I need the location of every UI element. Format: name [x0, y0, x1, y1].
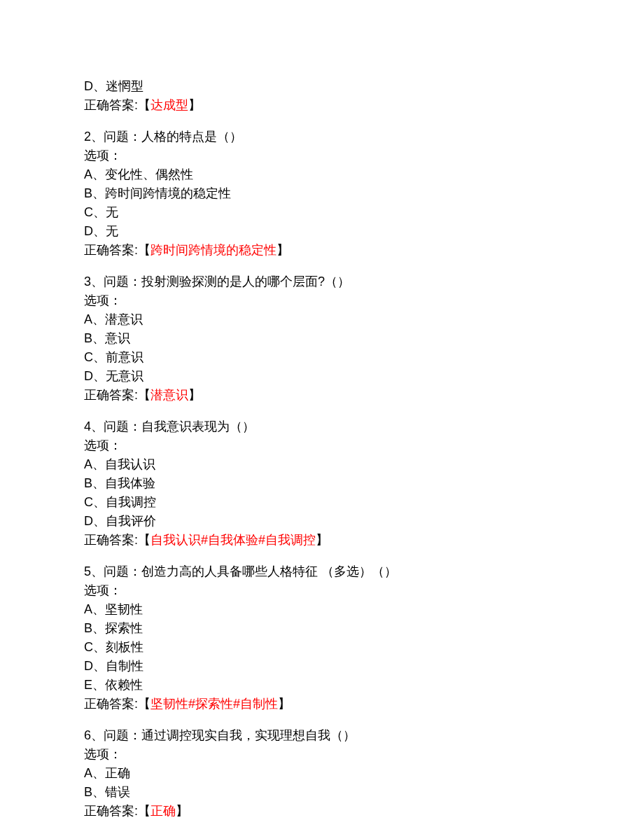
options-label: 选项：: [84, 436, 560, 455]
option-d: D、无意识: [84, 367, 560, 386]
option-c: C、前意识: [84, 348, 560, 367]
answer-label: 正确答案:: [84, 697, 138, 711]
answer-line: 正确答案:【跨时间跨情境的稳定性】: [84, 241, 560, 260]
option-a: A、正确: [84, 764, 560, 783]
question-5: 5、问题：创造力高的人具备哪些人格特征 （多选）（） 选项： A、坚韧性 B、探…: [84, 562, 560, 714]
question-2: 2、问题：人格的特点是（） 选项： A、变化性、偶然性 B、跨时间跨情境的稳定性…: [84, 127, 560, 260]
option-e: E、依赖性: [84, 676, 560, 695]
option-d: D、自我评价: [84, 512, 560, 531]
bracket-open: 【: [138, 243, 150, 257]
option-c: C、刻板性: [84, 638, 560, 657]
options-label: 选项：: [84, 291, 560, 310]
options-label: 选项：: [84, 581, 560, 600]
question-header: 6、问题：通过调控现实自我，实现理想自我（）: [84, 726, 560, 745]
option-a: A、变化性、偶然性: [84, 165, 560, 184]
bracket-open: 【: [138, 804, 150, 818]
question-1-partial: D、迷惘型 正确答案:【达成型】: [84, 77, 560, 115]
option-b: B、跨时间跨情境的稳定性: [84, 184, 560, 203]
answer-value: 自我认识#自我体验#自我调控: [150, 533, 316, 547]
bracket-open: 【: [138, 697, 150, 711]
bracket-close: 】: [316, 533, 328, 547]
bracket-close: 】: [278, 697, 290, 711]
answer-value: 达成型: [150, 98, 188, 112]
answer-line: 正确答案:【坚韧性#探索性#自制性】: [84, 695, 560, 714]
answer-value: 坚韧性#探索性#自制性: [150, 697, 278, 711]
option-b: B、意识: [84, 329, 560, 348]
option-d: D、自制性: [84, 657, 560, 676]
bracket-close: 】: [188, 388, 201, 402]
option-d: D、无: [84, 222, 560, 241]
question-6: 6、问题：通过调控现实自我，实现理想自我（） 选项： A、正确 B、错误 正确答…: [84, 726, 560, 821]
option-a: A、潜意识: [84, 310, 560, 329]
answer-label: 正确答案:: [84, 804, 138, 818]
answer-line: 正确答案:【达成型】: [84, 96, 560, 115]
question-header: 3、问题：投射测验探测的是人的哪个层面?（）: [84, 272, 560, 291]
question-4: 4、问题：自我意识表现为（） 选项： A、自我认识 B、自我体验 C、自我调控 …: [84, 417, 560, 550]
document-page: D、迷惘型 正确答案:【达成型】 2、问题：人格的特点是（） 选项： A、变化性…: [0, 0, 644, 834]
bracket-open: 【: [138, 388, 150, 402]
answer-line: 正确答案:【正确】: [84, 802, 560, 821]
option-b: B、自我体验: [84, 474, 560, 493]
question-header: 5、问题：创造力高的人具备哪些人格特征 （多选）（）: [84, 562, 560, 581]
answer-line: 正确答案:【潜意识】: [84, 386, 560, 405]
answer-label: 正确答案:: [84, 388, 138, 402]
answer-label: 正确答案:: [84, 98, 138, 112]
option-a: A、坚韧性: [84, 600, 560, 619]
answer-value: 潜意识: [150, 388, 188, 402]
bracket-open: 【: [138, 533, 150, 547]
answer-value: 正确: [150, 804, 176, 818]
option-d: D、迷惘型: [84, 77, 560, 96]
options-label: 选项：: [84, 146, 560, 165]
answer-value: 跨时间跨情境的稳定性: [150, 243, 276, 257]
option-a: A、自我认识: [84, 455, 560, 474]
bracket-close: 】: [188, 98, 201, 112]
bracket-close: 】: [176, 804, 188, 818]
option-c: C、无: [84, 203, 560, 222]
option-c: C、自我调控: [84, 493, 560, 512]
answer-label: 正确答案:: [84, 243, 138, 257]
bracket-open: 【: [138, 98, 150, 112]
option-b: B、错误: [84, 783, 560, 802]
option-b: B、探索性: [84, 619, 560, 638]
question-3: 3、问题：投射测验探测的是人的哪个层面?（） 选项： A、潜意识 B、意识 C、…: [84, 272, 560, 405]
answer-label: 正确答案:: [84, 533, 138, 547]
bracket-close: 】: [276, 243, 289, 257]
answer-line: 正确答案:【自我认识#自我体验#自我调控】: [84, 531, 560, 550]
options-label: 选项：: [84, 745, 560, 764]
question-header: 4、问题：自我意识表现为（）: [84, 417, 560, 436]
question-header: 2、问题：人格的特点是（）: [84, 127, 560, 146]
